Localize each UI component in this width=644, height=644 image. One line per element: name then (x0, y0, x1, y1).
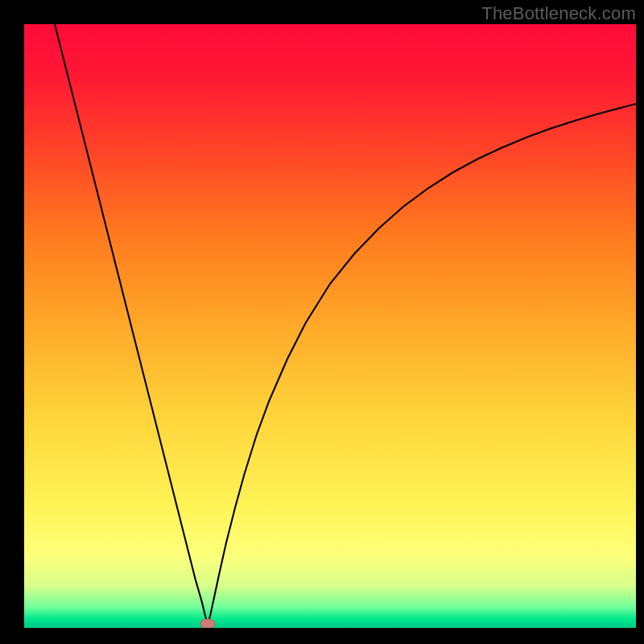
chart-frame: TheBottleneck.com (0, 0, 644, 644)
plot-background (24, 24, 636, 628)
min-point-marker (200, 619, 215, 629)
watermark-text: TheBottleneck.com (481, 3, 636, 24)
bottleneck-chart (0, 0, 644, 644)
